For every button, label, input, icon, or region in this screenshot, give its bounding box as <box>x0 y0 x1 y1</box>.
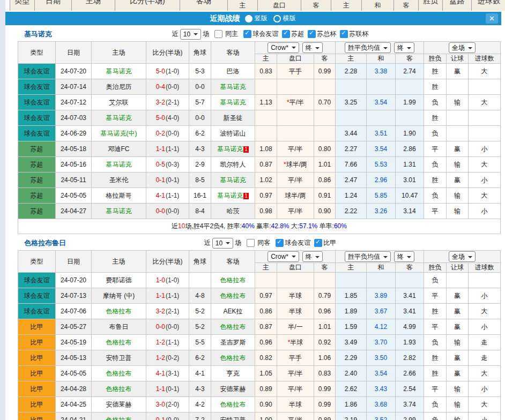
goals-cell: 小 <box>469 204 501 219</box>
avg-home-cell <box>336 79 367 95</box>
home-team-name: 色格拉布 <box>106 339 132 346</box>
bg-header-label: 盘路 <box>443 0 471 6</box>
league-type-cell: 比甲 <box>18 366 56 381</box>
home-team-cell: 邓迪FC <box>92 141 146 157</box>
home-odds-cell: 0.97 <box>255 288 277 304</box>
handicap-result-cell: 赢 <box>447 141 469 157</box>
scope-select[interactable]: 全场 <box>449 42 476 53</box>
match-row: 球会友谊24-07-12艾尔联3-2(2-1)5-7基马诺克1.13*平/半0.… <box>18 95 501 110</box>
league-filter-label[interactable]: 苏超 <box>291 29 304 39</box>
away-team-name: 亨克 <box>227 370 240 377</box>
sub-column-header: 客 <box>396 263 424 273</box>
corner-cell: 4-3 <box>189 381 211 397</box>
avg-type-select[interactable]: 胜平负均值 <box>345 251 391 262</box>
home-team-name: 费耶诺德 <box>106 276 132 284</box>
column-header: 比分(半场) <box>146 42 189 64</box>
goals-cell: 大 <box>469 157 501 172</box>
avg-draw-cell: 3.50 <box>367 350 396 366</box>
avg-away-cell: 2.66 <box>396 366 424 381</box>
vertical-layout-radio[interactable] <box>245 15 252 22</box>
league-filter-checkbox[interactable] <box>308 30 316 38</box>
avg-final-select[interactable]: 终 <box>394 251 414 262</box>
same-venue-checkbox[interactable] <box>247 239 255 247</box>
league-filter-checkbox[interactable] <box>340 30 348 38</box>
avg-home-cell: 2.29 <box>336 350 367 366</box>
avg-draw-cell: 3.54 <box>367 366 396 381</box>
date-cell: 24-04-21 <box>56 412 92 420</box>
avg-draw-cell <box>367 79 396 95</box>
date-cell: 24-05-05 <box>56 188 92 204</box>
away-odds-cell: 1.06 <box>314 350 336 366</box>
away-odds-cell <box>314 79 336 95</box>
handicap-result-cell <box>447 273 469 288</box>
same-venue-checkbox[interactable] <box>214 30 222 38</box>
games-count-value: 10 <box>183 31 190 38</box>
odds-final-select[interactable]: 终 <box>302 251 323 262</box>
league-filter-label[interactable]: 苏联杯 <box>349 29 368 39</box>
away-team-name: 巴洛 <box>227 68 240 75</box>
away-team-cell: 安特卫普 <box>211 412 255 420</box>
odds-company-select[interactable]: Crow* <box>268 251 299 262</box>
odds-company-select[interactable]: Crow* <box>268 42 299 53</box>
avg-draw-cell: 3.54 <box>367 95 396 110</box>
home-odds-cell: 1.00 <box>255 412 277 420</box>
halftime-score: (0-0) <box>166 130 179 137</box>
league-filter-checkbox[interactable] <box>282 30 290 38</box>
avg-away-cell: 4.99 <box>396 319 424 335</box>
avg-draw-cell: 3.43 <box>367 381 396 397</box>
bg-header-cell: 主 <box>331 0 362 11</box>
league-filter-label[interactable]: 球会友谊 <box>252 29 278 39</box>
avg-away-cell: 3.41 <box>396 304 424 319</box>
games-count-select[interactable]: 10 <box>212 238 233 249</box>
popup-title-bar: 近期战绩 竖版 横版 ✕ <box>5 12 501 25</box>
handicap-cell: 平/半 <box>277 204 314 219</box>
avg-draw-cell: 3.54 <box>367 141 396 157</box>
fulltime-score: 1-2 <box>156 354 165 362</box>
same-venue-label[interactable]: 同客 <box>257 238 270 248</box>
league-type-cell: 比甲 <box>18 335 56 350</box>
league-filter-checkbox[interactable] <box>276 239 284 247</box>
avg-type-select[interactable]: 胜平负均值 <box>345 42 391 53</box>
same-venue-label[interactable]: 同主 <box>225 29 238 39</box>
games-count-select[interactable]: 10 <box>180 29 201 40</box>
vertical-layout-label[interactable]: 竖版 <box>255 14 268 23</box>
league-filter-label[interactable]: 比甲 <box>323 238 336 248</box>
avg-draw-cell: 2.96 <box>367 172 396 188</box>
column-header: 日期 <box>56 42 92 64</box>
away-team-cell: 基马诺克 <box>211 79 255 95</box>
away-odds-cell: 0.86 <box>314 172 336 188</box>
close-icon[interactable]: ✕ <box>486 13 498 24</box>
league-filter-checkbox[interactable] <box>243 30 251 38</box>
away-team-name: 基马诺克 <box>217 192 243 199</box>
odds-final-select[interactable]: 终 <box>302 42 323 53</box>
date-cell: 24-07-14 <box>56 79 92 95</box>
score-cell: 4-1(1-1) <box>146 188 189 204</box>
avg-final-select[interactable]: 终 <box>394 42 414 53</box>
bg-header-label: 类型 <box>10 0 34 6</box>
league-type-cell: 苏超 <box>18 188 56 204</box>
away-odds-cell: 0.99 <box>314 397 336 412</box>
fulltime-score: 1-1 <box>156 292 165 299</box>
sub-column-header: 和 <box>367 54 396 64</box>
home-team-cell: 基马诺克 <box>92 64 146 79</box>
handicap-result-cell: 输 <box>447 95 469 110</box>
date-cell: 24-05-19 <box>56 335 92 350</box>
away-odds-cell: 1.01 <box>314 157 336 172</box>
away-odds-cell: 0.99 <box>314 64 336 79</box>
league-filter-checkbox[interactable] <box>314 239 322 247</box>
horizontal-layout-label[interactable]: 横版 <box>283 14 296 23</box>
league-filter-label[interactable]: 球会友谊 <box>285 238 310 248</box>
corner-cell <box>189 273 211 288</box>
horizontal-layout-radio[interactable] <box>273 15 281 22</box>
match-row: 苏超24-05-16基马诺克0-5(0-3)2-9凯尔特人0.87*球半/两1.… <box>18 157 501 172</box>
handicap-cell: 平手 <box>277 350 314 366</box>
corner-cell: 5-2 <box>189 304 211 319</box>
scope-select[interactable]: 全场 <box>449 251 476 262</box>
fulltime-score: 3-0 <box>156 401 165 408</box>
league-filter-label[interactable]: 苏总杯 <box>317 29 336 39</box>
result-cell: 胜 <box>424 366 447 381</box>
bg-header-cell: 盘路 <box>443 0 472 11</box>
result-cell: 负 <box>424 188 447 204</box>
handicap-cell: 半球 <box>277 304 314 319</box>
score-cell: 0-1(0-0) <box>146 412 189 420</box>
